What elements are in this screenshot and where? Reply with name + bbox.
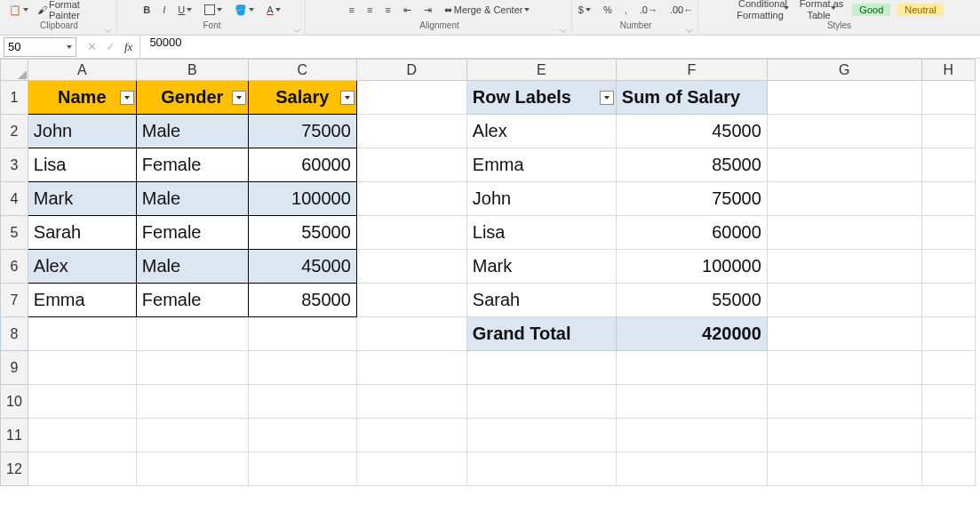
percent-button[interactable]: % xyxy=(602,4,614,15)
currency-button[interactable]: $ xyxy=(577,4,593,15)
pivot-row-value[interactable]: 85000 xyxy=(616,148,767,182)
cell[interactable] xyxy=(616,351,767,385)
cell[interactable]: Male xyxy=(136,182,248,216)
cell[interactable] xyxy=(767,452,921,486)
format-painter-button[interactable]: 🖌 Format Painter xyxy=(36,0,111,20)
cell[interactable] xyxy=(767,148,921,182)
row-header[interactable]: 9 xyxy=(1,351,28,385)
row-header[interactable]: 11 xyxy=(1,419,28,452)
cell[interactable]: 100000 xyxy=(248,182,356,216)
cell[interactable] xyxy=(921,317,975,351)
cell[interactable]: Male xyxy=(136,250,248,284)
cell[interactable]: 85000 xyxy=(248,284,356,317)
pivot-header-rowlabels[interactable]: Row Labels xyxy=(466,81,616,115)
pivot-row-label[interactable]: Lisa xyxy=(466,216,616,250)
cell[interactable] xyxy=(356,115,466,148)
cell[interactable] xyxy=(248,419,356,452)
col-header-H[interactable]: H xyxy=(921,60,975,81)
cell[interactable] xyxy=(356,250,466,284)
cell[interactable]: 75000 xyxy=(248,115,356,148)
row-header[interactable]: 5 xyxy=(1,216,28,250)
comma-style-button[interactable]: , xyxy=(623,4,629,15)
row-header[interactable]: 2 xyxy=(1,115,28,148)
cell[interactable] xyxy=(136,419,248,452)
col-header-G[interactable]: G xyxy=(767,60,921,81)
cell[interactable] xyxy=(466,419,616,452)
enter-icon[interactable]: ✓ xyxy=(106,40,116,53)
cell[interactable] xyxy=(921,284,975,317)
cell[interactable] xyxy=(28,317,136,351)
table-header-gender[interactable]: Gender xyxy=(136,81,248,115)
filter-button[interactable] xyxy=(340,91,355,105)
cell[interactable] xyxy=(616,385,767,419)
cell[interactable] xyxy=(921,148,975,182)
cell[interactable] xyxy=(767,317,921,351)
pivot-row-value[interactable]: 60000 xyxy=(616,216,767,250)
cell[interactable] xyxy=(767,182,921,216)
cell[interactable] xyxy=(767,284,921,317)
cell[interactable] xyxy=(28,419,136,452)
cell[interactable] xyxy=(767,115,921,148)
cell[interactable]: Mark xyxy=(28,182,136,216)
cell[interactable] xyxy=(466,452,616,486)
cell[interactable] xyxy=(921,250,975,284)
cell[interactable] xyxy=(356,81,466,115)
cell[interactable] xyxy=(28,452,136,486)
cell[interactable]: Male xyxy=(136,115,248,148)
indent-decrease-button[interactable]: ⇤ xyxy=(402,4,413,16)
cell[interactable] xyxy=(356,452,466,486)
cell[interactable] xyxy=(767,419,921,452)
filter-button[interactable] xyxy=(600,91,614,105)
row-header[interactable]: 10 xyxy=(1,385,28,419)
decrease-decimal-button[interactable]: .00← xyxy=(668,4,695,15)
cell[interactable] xyxy=(248,351,356,385)
cell[interactable]: Emma xyxy=(28,284,136,317)
cell[interactable] xyxy=(921,182,975,216)
paste-button[interactable]: 📋 xyxy=(7,4,30,16)
cell[interactable]: 45000 xyxy=(248,250,356,284)
cell[interactable]: Female xyxy=(136,284,248,317)
cell[interactable] xyxy=(466,385,616,419)
cell[interactable] xyxy=(356,148,466,182)
cell[interactable] xyxy=(136,385,248,419)
pivot-row-label[interactable]: Mark xyxy=(466,250,616,284)
dialog-launcher-icon[interactable] xyxy=(560,26,566,32)
cancel-icon[interactable]: ✕ xyxy=(87,40,97,53)
table-header-salary[interactable]: Salary xyxy=(248,81,356,115)
font-color-button[interactable]: A xyxy=(265,4,282,15)
cell[interactable] xyxy=(356,216,466,250)
conditional-formatting-button[interactable]: Conditional Formatting xyxy=(735,0,791,20)
align-right-button[interactable]: ≡ xyxy=(383,4,392,15)
filter-button[interactable] xyxy=(232,91,246,105)
row-header[interactable]: 8 xyxy=(1,317,28,351)
pivot-row-value[interactable]: 75000 xyxy=(616,182,767,216)
indent-increase-button[interactable]: ⇥ xyxy=(422,4,434,16)
cell[interactable]: Female xyxy=(136,216,248,250)
cell[interactable]: John xyxy=(28,115,136,148)
cell[interactable] xyxy=(921,115,975,148)
pivot-row-label[interactable]: Sarah xyxy=(466,284,616,317)
select-all-corner[interactable] xyxy=(1,60,28,81)
name-box[interactable]: 50 xyxy=(4,37,76,57)
col-header-C[interactable]: C xyxy=(248,60,356,81)
cell[interactable]: 60000 xyxy=(248,148,356,182)
row-header[interactable]: 3 xyxy=(1,148,28,182)
fx-icon[interactable]: fx xyxy=(124,40,132,54)
pivot-row-value[interactable]: 55000 xyxy=(616,284,767,317)
row-header[interactable]: 4 xyxy=(1,182,28,216)
cell[interactable]: Alex xyxy=(28,250,136,284)
cell[interactable] xyxy=(356,385,466,419)
cell[interactable] xyxy=(248,385,356,419)
dialog-launcher-icon[interactable] xyxy=(686,26,692,32)
dialog-launcher-icon[interactable] xyxy=(105,26,111,32)
dialog-launcher-icon[interactable] xyxy=(293,26,299,32)
pivot-grand-total-value[interactable]: 420000 xyxy=(616,317,767,351)
italic-button[interactable]: I xyxy=(161,4,167,15)
cell[interactable] xyxy=(136,317,248,351)
row-header[interactable]: 1 xyxy=(1,81,28,115)
formula-input[interactable]: 50000 xyxy=(139,36,980,58)
cell[interactable] xyxy=(248,452,356,486)
borders-button[interactable] xyxy=(203,4,224,15)
row-header[interactable]: 7 xyxy=(1,284,28,317)
cell[interactable] xyxy=(616,452,767,486)
